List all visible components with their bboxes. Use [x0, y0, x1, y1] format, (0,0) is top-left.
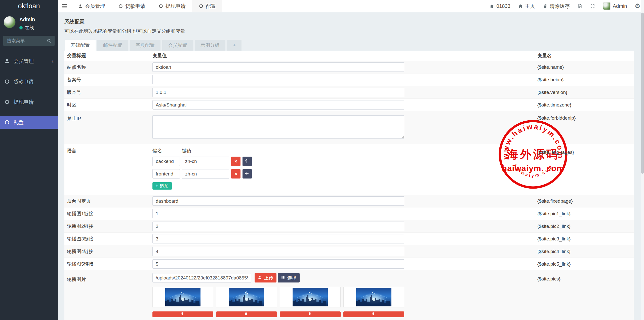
app-logo: oktloan — [0, 0, 58, 12]
config-group-tab-2[interactable]: 邮件配置 — [97, 40, 128, 51]
table-row: 时区 {$site.timezone} — [64, 98, 634, 111]
row-label: 后台固定页 — [64, 198, 152, 204]
menu-toggle-button[interactable] — [58, 0, 71, 12]
navbar-settings[interactable]: ⚙ — [635, 3, 640, 9]
row-varname: {$site.beian} — [537, 77, 634, 83]
navbar-tab-label: 提现申请 — [166, 3, 186, 10]
row-varname: {$site.pic1_link} — [537, 211, 634, 217]
circle-icon — [4, 99, 10, 105]
document-icon — [578, 4, 582, 9]
navbar-tab[interactable]: 贷款申请 — [112, 0, 152, 12]
navbar-home[interactable]: 主页 — [518, 3, 535, 10]
config-value-textarea[interactable] — [152, 115, 404, 139]
navbar-avatar[interactable] — [603, 2, 611, 10]
thumbnail-item — [152, 287, 213, 317]
carousel-image-preview[interactable] — [152, 287, 213, 307]
sidebar-item-2[interactable]: 贷款申请 — [0, 75, 58, 88]
config-value-input[interactable] — [152, 62, 404, 72]
sidebar-item-1[interactable]: 会员管理 ‹ — [0, 55, 58, 67]
navbar-log[interactable] — [578, 4, 582, 9]
sidebar-item-label: 会员管理 — [14, 58, 34, 65]
config-group-tab-3[interactable]: 字典配置 — [130, 40, 160, 51]
move-icon — [245, 159, 250, 164]
vertical-scrollbar[interactable] — [641, 0, 644, 320]
add-group-tab[interactable]: + — [227, 40, 242, 51]
move-pair-button[interactable] — [243, 169, 252, 179]
delete-image-button[interactable] — [152, 311, 213, 317]
table-row: 站点名称 {$site.name} — [64, 61, 634, 73]
config-group-tab-1[interactable]: 基础配置 — [65, 40, 96, 51]
delete-image-button[interactable] — [216, 311, 277, 317]
delete-pair-button[interactable]: × — [231, 157, 240, 166]
row-label: 禁止IP — [64, 115, 152, 122]
config-value-input[interactable] — [152, 234, 404, 243]
delete-image-button[interactable] — [343, 311, 404, 317]
config-group-tab-4[interactable]: 会员配置 — [162, 40, 193, 51]
pair-value-input[interactable] — [182, 157, 229, 166]
delete-pair-button[interactable]: × — [231, 169, 240, 179]
images-path-input[interactable] — [152, 273, 251, 282]
page-subtitle: 可以在此增改系统的变量和分组,也可以自定义分组和变量 — [64, 28, 644, 34]
navbar-tab-label: 贷款申请 — [125, 3, 145, 10]
append-pair-button[interactable]: + 追加 — [152, 182, 172, 190]
sidebar-item-label: 贷款申请 — [14, 78, 34, 85]
row-label: 备案号 — [64, 77, 152, 83]
navbar-tab[interactable]: 会员管理 — [71, 0, 112, 12]
config-value-input[interactable] — [152, 75, 404, 84]
row-varname: {$site.forbiddenip} — [537, 115, 634, 121]
pair-value-input[interactable] — [182, 169, 229, 179]
row-label: 语言 — [64, 148, 152, 154]
scrollbar-thumb[interactable] — [641, 13, 644, 174]
circle-icon — [118, 4, 123, 9]
row-varname: {$site.pic4_link} — [537, 249, 634, 254]
config-value-input[interactable] — [152, 100, 404, 110]
config-value-input[interactable] — [152, 209, 404, 218]
choose-button[interactable]: 选择 — [278, 273, 300, 282]
sidebar-item-4[interactable]: 配置 — [0, 116, 58, 129]
config-value-input[interactable] — [152, 259, 404, 269]
carousel-image-preview[interactable] — [343, 287, 404, 307]
config-value-input[interactable] — [152, 88, 404, 97]
row-label: 轮播图2链接 — [64, 223, 152, 230]
move-icon — [245, 171, 250, 176]
carousel-thumbnails — [152, 287, 407, 320]
sidebar-item-3[interactable]: 提现申请 — [0, 96, 58, 108]
user-avatar[interactable] — [4, 16, 16, 28]
row-varname: {$site.pic2_link} — [537, 224, 634, 229]
navbar-user[interactable]: Admin — [603, 2, 627, 10]
col-header-varname: 变量名 — [537, 52, 634, 59]
navbar-action-label: 主页 — [525, 3, 535, 10]
navbar-tab[interactable]: 配置 — [192, 0, 222, 12]
row-label: 轮播图片 — [64, 276, 152, 283]
navbar-visits[interactable]: 01833 — [490, 3, 510, 9]
trash-icon — [181, 312, 185, 317]
navbar-clear-cache[interactable]: 清除缓存 — [543, 3, 570, 10]
pair-key-input[interactable] — [152, 157, 180, 166]
list-icon — [281, 275, 286, 280]
table-header: 变量标题 变量值 变量名 — [64, 51, 634, 61]
row-varname: {$site.timezone} — [537, 102, 634, 108]
config-table-card: 变量标题 变量值 变量名 站点名称 {$site.name} 备案号 {$sit… — [64, 51, 634, 320]
thumbnail-item — [216, 287, 277, 317]
navbar-fullscreen[interactable] — [590, 4, 595, 9]
carousel-image-preview[interactable] — [280, 287, 341, 307]
upload-button[interactable]: 上传 — [255, 273, 276, 282]
config-value-input[interactable] — [152, 196, 404, 206]
config-value-input[interactable] — [152, 247, 404, 256]
pair-key-input[interactable] — [152, 169, 180, 179]
navbar-tabs: 会员管理 贷款申请 提现申请 配置 — [71, 0, 222, 12]
kv-value-header: 键值 — [182, 148, 191, 154]
move-pair-button[interactable] — [243, 157, 252, 166]
config-value-input[interactable] — [152, 222, 404, 231]
row-label: 轮播图3链接 — [64, 236, 152, 242]
table-body: 站点名称 {$site.name} 备案号 {$site.beian} 版本号 … — [64, 61, 634, 320]
row-varname: {$site.pics} — [537, 276, 634, 282]
row-label: 时区 — [64, 102, 152, 108]
kv-key-header: 键名 — [152, 148, 182, 154]
carousel-image-preview[interactable] — [216, 287, 277, 307]
delete-image-button[interactable] — [280, 311, 341, 317]
thumbnail-item — [280, 287, 341, 317]
circle-icon — [199, 4, 204, 9]
navbar-tab[interactable]: 提现申请 — [152, 0, 192, 12]
config-group-tab-5[interactable]: 示例分组 — [195, 40, 225, 51]
